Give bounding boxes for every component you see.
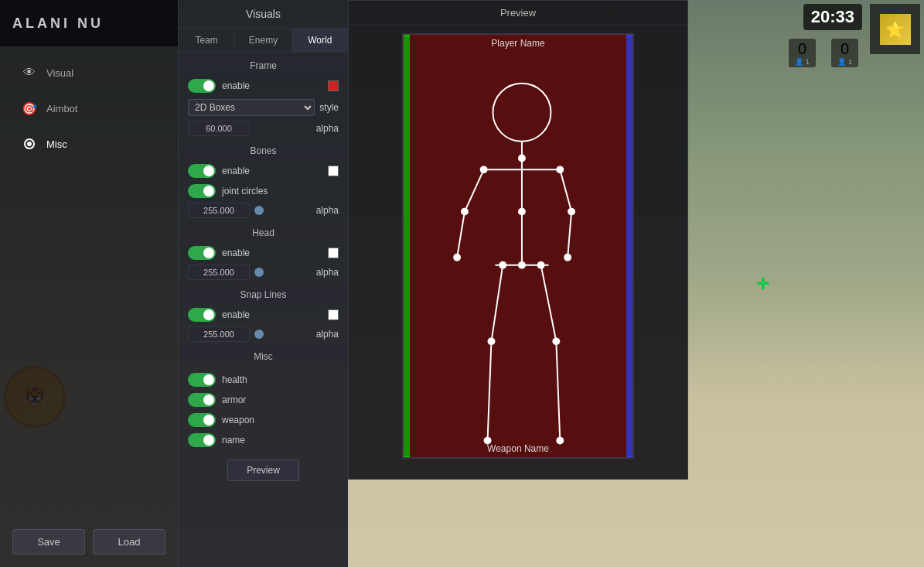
svg-point-23 bbox=[499, 261, 506, 269]
snaplines-enable-row: enable bbox=[179, 305, 348, 325]
preview-button[interactable]: Preview bbox=[227, 459, 299, 481]
tab-world[interactable]: World bbox=[292, 29, 348, 52]
bones-alpha-input[interactable] bbox=[188, 203, 250, 218]
frame-style-row: 2D Boxes 3D Boxes Corners style bbox=[179, 96, 348, 119]
svg-point-20 bbox=[453, 254, 461, 261]
logo-area: ALANI NU bbox=[0, 0, 178, 46]
crosshair: ✛ bbox=[756, 275, 769, 293]
score-right-sub: 👤1 bbox=[837, 58, 852, 66]
character-svg bbox=[404, 35, 632, 457]
save-button[interactable]: Save bbox=[12, 529, 85, 555]
score-left: 0 👤1 bbox=[789, 39, 816, 67]
misc-weapon-toggle[interactable] bbox=[188, 413, 216, 427]
frame-alpha-row: alpha bbox=[179, 119, 348, 138]
sidebar-item-misc[interactable]: Misc bbox=[6, 127, 172, 161]
preview-title: Preview bbox=[349, 1, 687, 26]
svg-point-16 bbox=[556, 166, 564, 173]
svg-point-26 bbox=[552, 337, 560, 345]
head-color-swatch[interactable] bbox=[328, 248, 339, 258]
svg-point-22 bbox=[518, 261, 526, 269]
misc-health-toggle[interactable] bbox=[188, 373, 216, 387]
misc-weapon-row: weapon bbox=[179, 410, 348, 430]
frame-color-swatch[interactable] bbox=[328, 80, 339, 91]
bones-enable-row: enable bbox=[179, 161, 348, 181]
frame-alpha-input[interactable] bbox=[188, 121, 250, 136]
bones-color-swatch[interactable] bbox=[328, 166, 339, 176]
snaplines-alpha-slider[interactable] bbox=[254, 330, 264, 339]
frame-enable-label: enable bbox=[222, 80, 322, 91]
frame-enable-toggle[interactable] bbox=[188, 79, 216, 93]
score-left-sub: 👤1 bbox=[795, 58, 810, 66]
section-misc: Misc bbox=[179, 347, 348, 367]
frame-style-select[interactable]: 2D Boxes 3D Boxes Corners bbox=[188, 99, 315, 116]
snaplines-alpha-label: alpha bbox=[316, 329, 339, 340]
crosshair-icon: 🎯 bbox=[22, 101, 37, 116]
svg-rect-0 bbox=[404, 36, 632, 456]
bones-enable-label: enable bbox=[222, 166, 322, 176]
score-right-number: 0 bbox=[840, 40, 849, 58]
score-right: 0 👤1 bbox=[831, 39, 858, 67]
bones-joint-label: joint circles bbox=[222, 186, 339, 196]
load-button[interactable]: Load bbox=[93, 529, 165, 555]
bones-joint-toggle[interactable] bbox=[188, 184, 216, 198]
bones-alpha-slider[interactable] bbox=[254, 206, 264, 215]
panel-title: Visuals bbox=[179, 0, 348, 29]
misc-toggles: health armor weapon name bbox=[179, 370, 348, 450]
head-alpha-input[interactable] bbox=[188, 265, 250, 280]
head-alpha-label: alpha bbox=[316, 267, 339, 278]
svg-point-25 bbox=[488, 337, 496, 345]
hud-score-box: ⭐ bbox=[870, 4, 920, 54]
preview-inner: Player Name Weapon Name bbox=[402, 33, 634, 459]
misc-armor-toggle[interactable] bbox=[188, 393, 216, 407]
misc-health-label: health bbox=[222, 374, 339, 385]
misc-name-row: name bbox=[179, 430, 348, 450]
snaplines-alpha-input[interactable] bbox=[188, 326, 250, 342]
svg-point-17 bbox=[518, 208, 526, 216]
logo-text: ALANI NU bbox=[12, 15, 104, 32]
hud-timer: 20:33 bbox=[803, 4, 862, 30]
snaplines-enable-toggle[interactable] bbox=[188, 308, 216, 322]
tab-enemy[interactable]: Enemy bbox=[235, 29, 292, 52]
misc-armor-label: armor bbox=[222, 395, 339, 405]
section-frame: Frame bbox=[179, 56, 348, 76]
radio-icon bbox=[22, 136, 37, 152]
bones-enable-toggle[interactable] bbox=[188, 164, 216, 178]
misc-health-row: health bbox=[179, 370, 348, 390]
bones-alpha-row: alpha bbox=[179, 201, 348, 220]
svg-point-15 bbox=[480, 166, 488, 173]
head-enable-label: enable bbox=[222, 248, 322, 258]
head-enable-row: enable bbox=[179, 243, 348, 263]
sidebar-item-visual[interactable]: 👁 Visual bbox=[6, 56, 172, 90]
sidebar-item-label: Misc bbox=[46, 138, 67, 150]
section-snaplines: Snap Lines bbox=[179, 285, 348, 305]
tab-team[interactable]: Team bbox=[179, 29, 235, 52]
preview-content: Player Name Weapon Name bbox=[349, 26, 687, 477]
head-alpha-slider[interactable] bbox=[254, 268, 264, 277]
section-bones: Bones bbox=[179, 141, 348, 161]
bottom-buttons: Save Load bbox=[0, 517, 178, 567]
menu-items: 👁 Visual 🎯 Aimbot Misc bbox=[0, 46, 178, 517]
score-display: 0 👤1 0 👤1 bbox=[789, 39, 858, 67]
misc-name-label: name bbox=[222, 435, 339, 446]
svg-point-21 bbox=[564, 254, 571, 261]
svg-point-18 bbox=[461, 208, 469, 216]
misc-name-toggle[interactable] bbox=[188, 433, 216, 447]
head-enable-toggle[interactable] bbox=[188, 246, 216, 260]
misc-weapon-label: weapon bbox=[222, 415, 339, 425]
head-alpha-row: alpha bbox=[179, 263, 348, 282]
player-name-label: Player Name bbox=[404, 38, 632, 49]
frame-alpha-label: alpha bbox=[316, 123, 339, 134]
frame-enable-row: enable bbox=[179, 76, 348, 96]
snaplines-color-swatch[interactable] bbox=[328, 309, 339, 320]
bones-joint-row: joint circles bbox=[179, 181, 348, 201]
tab-row: Team Enemy World bbox=[179, 29, 348, 53]
hud-rank-icon: ⭐ bbox=[880, 14, 911, 45]
left-sidebar: ALANI NU 👁 Visual 🎯 Aimbot Misc Save Loa… bbox=[0, 0, 178, 567]
frame-style-label: style bbox=[319, 102, 339, 113]
visuals-panel: Visuals Team Enemy World Frame enable 2D… bbox=[178, 0, 348, 567]
snaplines-alpha-row: alpha bbox=[179, 325, 348, 343]
sidebar-item-aimbot[interactable]: 🎯 Aimbot bbox=[6, 91, 172, 125]
svg-point-19 bbox=[568, 208, 575, 216]
weapon-name-label: Weapon Name bbox=[404, 443, 632, 454]
sidebar-item-label: Aimbot bbox=[46, 103, 77, 114]
